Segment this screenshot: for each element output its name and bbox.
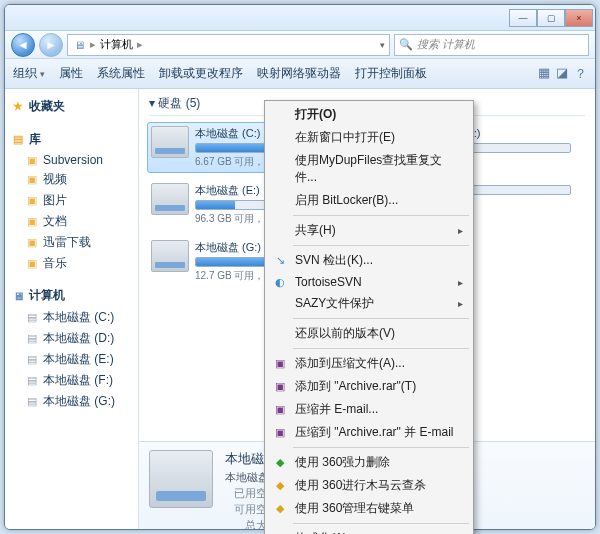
sidebar-favorites[interactable]: ★收藏夹	[9, 95, 134, 118]
sidebar-item[interactable]: ▣视频	[9, 169, 134, 190]
titlebar: — ▢ ×	[5, 5, 595, 31]
folder-icon: ▣	[25, 236, 39, 250]
search-placeholder: 搜索 计算机	[417, 37, 475, 52]
menu-item-label: 使用 360进行木马云查杀	[295, 477, 426, 494]
folder-icon: ▣	[25, 257, 39, 271]
menu-item[interactable]: 还原以前的版本(V)	[267, 322, 471, 345]
sidebar-item[interactable]: ▣图片	[9, 190, 134, 211]
menu-item-label: 在新窗口中打开(E)	[295, 129, 395, 146]
breadcrumb-sep: ▸	[90, 38, 96, 51]
drive-icon	[151, 183, 189, 215]
menu-item[interactable]: ◆使用 360强力删除	[267, 451, 471, 474]
menu-item-label: SVN 检出(K)...	[295, 252, 373, 269]
menu-item-icon: ▣	[272, 356, 288, 372]
menu-item-label: 添加到 "Archive.rar"(T)	[295, 378, 416, 395]
breadcrumb-sep: ▸	[137, 38, 143, 51]
drive-icon	[151, 126, 189, 158]
menu-item[interactable]: ↘SVN 检出(K)...	[267, 249, 471, 272]
menu-item-label: 压缩并 E-mail...	[295, 401, 378, 418]
window-controls: — ▢ ×	[509, 9, 593, 27]
disk-icon: ▤	[25, 374, 39, 388]
menu-item[interactable]: ▣压缩并 E-mail...	[267, 398, 471, 421]
search-input[interactable]: 🔍 搜索 计算机	[394, 34, 589, 56]
sidebar-item[interactable]: ▣文档	[9, 211, 134, 232]
map-drive-button[interactable]: 映射网络驱动器	[257, 65, 341, 82]
library-icon: ▤	[11, 133, 25, 147]
organize-menu[interactable]: 组织	[13, 65, 45, 82]
sidebar-libraries[interactable]: ▤库	[9, 128, 134, 151]
menu-item-icon: ↘	[272, 253, 288, 269]
menu-item[interactable]: 使用MyDupFiles查找重复文件...	[267, 149, 471, 189]
view-icon[interactable]: ▦	[538, 65, 550, 83]
folder-icon: ▣	[25, 215, 39, 229]
menu-separator	[293, 447, 469, 448]
menu-item-label: SAZY文件保护	[295, 295, 374, 312]
menu-item-label: 使用 360管理右键菜单	[295, 500, 414, 517]
menu-item-label: 压缩到 "Archive.rar" 并 E-mail	[295, 424, 454, 441]
menu-item-label: 共享(H)	[295, 222, 336, 239]
menu-separator	[293, 523, 469, 524]
disk-icon: ▤	[25, 332, 39, 346]
properties-button[interactable]: 属性	[59, 65, 83, 82]
menu-item[interactable]: 共享(H)	[267, 219, 471, 242]
menu-item-label: 使用 360强力删除	[295, 454, 390, 471]
uninstall-button[interactable]: 卸载或更改程序	[159, 65, 243, 82]
search-icon: 🔍	[399, 38, 413, 51]
menu-item[interactable]: ◆使用 360管理右键菜单	[267, 497, 471, 520]
menu-item-icon: ◆	[272, 501, 288, 517]
menu-separator	[293, 348, 469, 349]
menu-item[interactable]: 启用 BitLocker(B)...	[267, 189, 471, 212]
address-bar[interactable]: 🖥 ▸ 计算机 ▸ ▾	[67, 34, 390, 56]
computer-icon: 🖥	[11, 289, 25, 303]
address-dropdown-icon[interactable]: ▾	[380, 40, 385, 50]
sidebar-drive-item[interactable]: ▤本地磁盘 (C:)	[9, 307, 134, 328]
sidebar-computer[interactable]: 🖥计算机	[9, 284, 134, 307]
menu-item[interactable]: ◆使用 360进行木马云查杀	[267, 474, 471, 497]
disk-icon: ▤	[25, 395, 39, 409]
menu-item-label: 添加到压缩文件(A)...	[295, 355, 405, 372]
sidebar-item[interactable]: ▣迅雷下载	[9, 232, 134, 253]
menu-item-label: TortoiseSVN	[295, 275, 362, 289]
sidebar-drive-item[interactable]: ▤本地磁盘 (D:)	[9, 328, 134, 349]
folder-icon: ▣	[25, 194, 39, 208]
menu-item[interactable]: SAZY文件保护	[267, 292, 471, 315]
menu-item[interactable]: 格式化(A)...	[267, 527, 471, 534]
menu-item[interactable]: ◐TortoiseSVN	[267, 272, 471, 292]
breadcrumb-computer[interactable]: 计算机	[100, 37, 133, 52]
menu-item[interactable]: 打开(O)	[267, 103, 471, 126]
control-panel-button[interactable]: 打开控制面板	[355, 65, 427, 82]
menu-item-icon: ▣	[272, 425, 288, 441]
menu-item[interactable]: ▣添加到压缩文件(A)...	[267, 352, 471, 375]
close-button[interactable]: ×	[565, 9, 593, 27]
forward-button[interactable]: ►	[39, 33, 63, 57]
menu-separator	[293, 318, 469, 319]
sidebar-item[interactable]: ▣音乐	[9, 253, 134, 274]
sidebar-drive-item[interactable]: ▤本地磁盘 (F:)	[9, 370, 134, 391]
drive-icon	[149, 450, 213, 508]
menu-item[interactable]: 在新窗口中打开(E)	[267, 126, 471, 149]
back-button[interactable]: ◄	[11, 33, 35, 57]
menu-item-icon: ◆	[272, 478, 288, 494]
computer-icon: 🖥	[72, 38, 86, 52]
folder-icon: ▣	[25, 173, 39, 187]
menu-item-icon: ▣	[272, 379, 288, 395]
menu-item[interactable]: ▣添加到 "Archive.rar"(T)	[267, 375, 471, 398]
help-icon[interactable]: ？	[574, 65, 587, 83]
menu-item[interactable]: ▣压缩到 "Archive.rar" 并 E-mail	[267, 421, 471, 444]
sidebar-drive-item[interactable]: ▤本地磁盘 (G:)	[9, 391, 134, 412]
menu-item-icon: ◆	[272, 455, 288, 471]
sidebar: ★收藏夹 ▤库 ▣Subversion▣视频▣图片▣文档▣迅雷下载▣音乐 🖥计算…	[5, 89, 139, 529]
maximize-button[interactable]: ▢	[537, 9, 565, 27]
star-icon: ★	[11, 100, 25, 114]
sidebar-drive-item[interactable]: ▤本地磁盘 (E:)	[9, 349, 134, 370]
minimize-button[interactable]: —	[509, 9, 537, 27]
sidebar-item[interactable]: ▣Subversion	[9, 151, 134, 169]
menu-item-icon: ◐	[272, 274, 288, 290]
preview-pane-icon[interactable]: ◪	[556, 65, 568, 83]
disk-icon: ▤	[25, 311, 39, 325]
system-properties-button[interactable]: 系统属性	[97, 65, 145, 82]
context-menu: 打开(O)在新窗口中打开(E)使用MyDupFiles查找重复文件...启用 B…	[264, 100, 474, 534]
disk-icon: ▤	[25, 353, 39, 367]
menu-separator	[293, 215, 469, 216]
menu-item-icon: ▣	[272, 402, 288, 418]
